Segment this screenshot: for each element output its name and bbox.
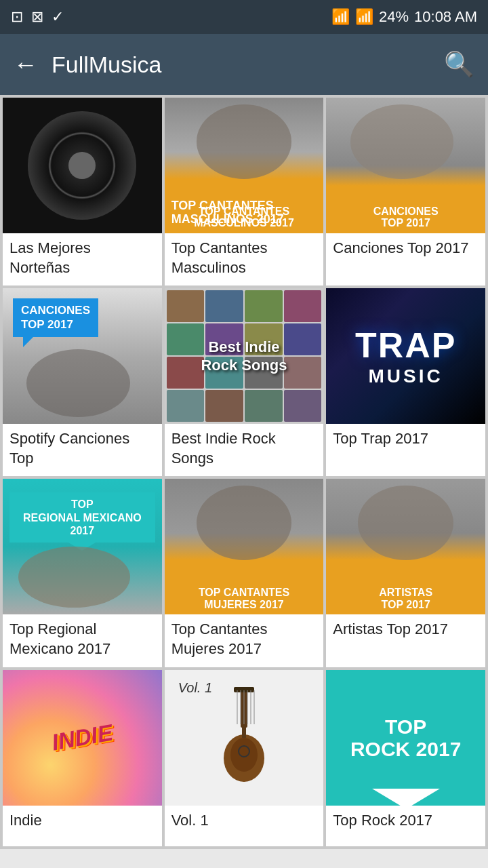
item-label: Top Trap 2017 xyxy=(326,424,485,465)
list-item[interactable]: ARTISTASTOP 2017 Artistas Top 2017 xyxy=(326,479,485,667)
list-item[interactable]: TOP CANTANTESMUJERES 2017 Top Cantantes … xyxy=(165,479,324,667)
album-art-vinyl xyxy=(3,98,162,233)
signal-icon: 📶 xyxy=(355,8,373,26)
gallery-icon: ⊡ xyxy=(11,8,23,26)
item-label: Canciones Top 2017 xyxy=(326,233,485,274)
item-label: Artistas Top 2017 xyxy=(326,614,485,655)
album-art-indie: Best IndieRock Songs xyxy=(165,288,324,424)
list-item[interactable]: CANCIONESTOP 2017 Canciones Top 2017 xyxy=(326,98,485,285)
album-art-indie2: INDIE xyxy=(3,670,162,806)
list-item[interactable]: Vol. 1 Vol. 1 xyxy=(165,670,324,846)
mail-icon: ⊠ xyxy=(31,8,43,26)
list-item[interactable]: TRAP MUSIC Top Trap 2017 xyxy=(326,288,485,476)
list-item[interactable]: TOPROCK 2017 Top Rock 2017 xyxy=(326,670,485,846)
item-label: Las Mejores Norteñas xyxy=(3,233,162,285)
status-bar: ⊡ ⊠ ✓ 📶 📶 24% 10:08 AM xyxy=(0,0,488,34)
trap-text-big: TRAP xyxy=(355,325,457,366)
list-item[interactable]: TOPREGIONAL MEXICANO2017 Top Regional Me… xyxy=(3,479,162,667)
album-art-cantantes-masc: TOP CANTANTESMASCULINOS 2017 xyxy=(165,98,324,233)
item-label: Vol. 1 xyxy=(165,806,324,846)
item-label: Best Indie Rock Songs xyxy=(165,424,324,476)
time-label: 10:08 AM xyxy=(414,8,477,26)
item-label: Top Rock 2017 xyxy=(326,806,485,846)
search-button[interactable]: 🔍 xyxy=(444,50,474,79)
album-art-spotify: CANCIONESTOP 2017 xyxy=(3,288,162,424)
back-button[interactable]: ← xyxy=(14,50,38,79)
banner-overlay: ARTISTASTOP 2017 xyxy=(326,583,485,614)
list-item[interactable]: Best IndieRock Songs Best Indie Rock Son… xyxy=(165,288,324,476)
music-grid: Las Mejores Norteñas TOP CANTANTESMASCUL… xyxy=(0,95,488,849)
item-label: Top Regional Mexicano 2017 xyxy=(3,614,162,667)
item-label: Top Cantantes Mujeres 2017 xyxy=(165,614,324,667)
vol-label: Vol. 1 xyxy=(178,680,212,696)
app-title: FullMusica xyxy=(52,52,430,78)
regional-banner: TOPREGIONAL MEXICANO2017 xyxy=(9,492,155,542)
list-item[interactable]: INDIE Indie xyxy=(3,670,162,846)
banner-overlay: TOP CANTANTESMUJERES 2017 xyxy=(165,583,324,614)
status-icons-right: 📶 📶 24% 10:08 AM xyxy=(331,8,477,26)
rock-text: TOPROCK 2017 xyxy=(350,715,461,760)
top-bar: ← FullMusica 🔍 xyxy=(0,34,488,95)
banner-overlay: CANCIONESTOP 2017 xyxy=(326,201,485,233)
indie-text-overlay: Best IndieRock Songs xyxy=(201,338,287,374)
list-item[interactable]: Las Mejores Norteñas xyxy=(3,98,162,285)
album-art-artistas: ARTISTASTOP 2017 xyxy=(326,479,485,614)
album-art-canciones-top: CANCIONESTOP 2017 xyxy=(326,98,485,233)
svg-rect-11 xyxy=(242,724,246,738)
item-label: Top Cantantes Masculinos xyxy=(165,233,324,285)
album-art-regional: TOPREGIONAL MEXICANO2017 xyxy=(3,479,162,614)
list-item[interactable]: CANCIONESTOP 2017 Spotify Canciones Top xyxy=(3,288,162,476)
item-label: Indie xyxy=(3,806,162,846)
svg-point-9 xyxy=(230,738,258,772)
album-art-guitar: Vol. 1 xyxy=(165,670,324,806)
speech-bubble: CANCIONESTOP 2017 xyxy=(13,298,98,337)
list-item[interactable]: TOP CANTANTESMASCULINOS 2017 Top Cantant… xyxy=(165,98,324,285)
album-art-cantantes-muj: TOP CANTANTESMUJERES 2017 xyxy=(165,479,324,614)
trap-text-small: MUSIC xyxy=(369,366,443,387)
status-icons-left: ⊡ ⊠ ✓ xyxy=(11,8,64,26)
album-art-rock: TOPROCK 2017 xyxy=(326,670,485,806)
banner-overlay: TOP CANTANTESMASCULINOS 2017 xyxy=(165,201,324,233)
album-art-trap: TRAP MUSIC xyxy=(326,288,485,424)
battery-label: 24% xyxy=(379,8,409,26)
check-icon: ✓ xyxy=(52,8,64,26)
wifi-icon: 📶 xyxy=(331,8,350,26)
item-label: Spotify Canciones Top xyxy=(3,424,162,476)
